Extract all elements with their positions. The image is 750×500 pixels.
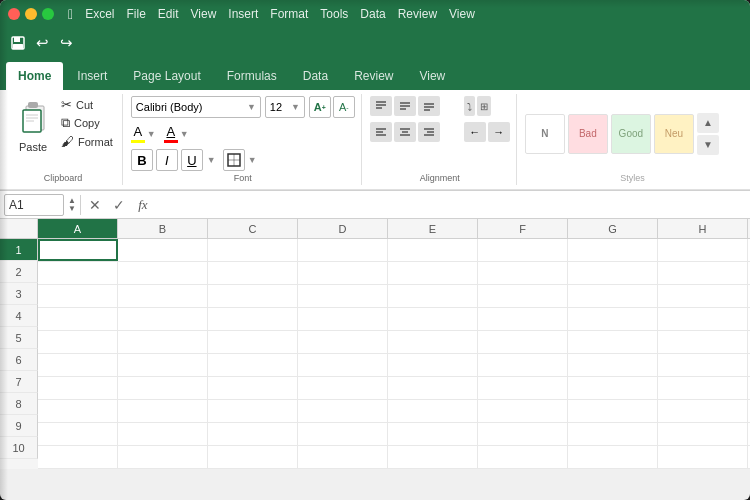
- menu-data[interactable]: Data: [360, 7, 385, 21]
- col-header-G[interactable]: G: [568, 219, 658, 238]
- indent-increase-button[interactable]: →: [488, 122, 510, 142]
- cell-G5[interactable]: [568, 331, 658, 353]
- underline-button[interactable]: U: [181, 149, 203, 171]
- cell-D7[interactable]: [298, 377, 388, 399]
- tab-insert[interactable]: Insert: [65, 62, 119, 90]
- menu-insert[interactable]: Insert: [228, 7, 258, 21]
- cell-H2[interactable]: [658, 262, 748, 284]
- style-normal[interactable]: N: [525, 114, 565, 154]
- cell-F1[interactable]: [478, 239, 568, 261]
- row-header-8[interactable]: 8: [0, 393, 38, 415]
- cell-H9[interactable]: [658, 423, 748, 445]
- cell-A6[interactable]: [38, 354, 118, 376]
- col-header-A[interactable]: A: [38, 219, 118, 238]
- cell-B1[interactable]: [118, 239, 208, 261]
- cell-F4[interactable]: [478, 308, 568, 330]
- cell-D10[interactable]: [298, 446, 388, 468]
- cell-F10[interactable]: [478, 446, 568, 468]
- tab-formulas[interactable]: Formulas: [215, 62, 289, 90]
- cell-E6[interactable]: [388, 354, 478, 376]
- cell-G8[interactable]: [568, 400, 658, 422]
- cell-E10[interactable]: [388, 446, 478, 468]
- font-increase-button[interactable]: A+: [309, 96, 331, 118]
- cell-A2[interactable]: [38, 262, 118, 284]
- cell-H6[interactable]: [658, 354, 748, 376]
- cell-E9[interactable]: [388, 423, 478, 445]
- cell-F7[interactable]: [478, 377, 568, 399]
- row-header-1[interactable]: 1: [0, 239, 38, 261]
- align-center-button[interactable]: [394, 122, 416, 142]
- cell-E3[interactable]: [388, 285, 478, 307]
- menu-file[interactable]: File: [126, 7, 145, 21]
- cell-E1[interactable]: [388, 239, 478, 261]
- row-header-9[interactable]: 9: [0, 415, 38, 437]
- menu-edit[interactable]: Edit: [158, 7, 179, 21]
- cell-D2[interactable]: [298, 262, 388, 284]
- align-middle-button[interactable]: [394, 96, 416, 116]
- font-decrease-button[interactable]: A-: [333, 96, 355, 118]
- italic-button[interactable]: I: [156, 149, 178, 171]
- cell-B6[interactable]: [118, 354, 208, 376]
- style-bad[interactable]: Bad: [568, 114, 608, 154]
- cell-F8[interactable]: [478, 400, 568, 422]
- format-painter-button[interactable]: 🖌 Format: [58, 133, 116, 150]
- row-header-6[interactable]: 6: [0, 349, 38, 371]
- minimize-button[interactable]: [25, 8, 37, 20]
- formula-input[interactable]: [157, 198, 746, 212]
- tab-page-layout[interactable]: Page Layout: [121, 62, 212, 90]
- menu-review[interactable]: Review: [398, 7, 437, 21]
- cell-reference-box[interactable]: A1: [4, 194, 64, 216]
- cell-C7[interactable]: [208, 377, 298, 399]
- cell-D4[interactable]: [298, 308, 388, 330]
- col-header-B[interactable]: B: [118, 219, 208, 238]
- cell-F3[interactable]: [478, 285, 568, 307]
- cell-C8[interactable]: [208, 400, 298, 422]
- cell-G6[interactable]: [568, 354, 658, 376]
- align-right-button[interactable]: [418, 122, 440, 142]
- cell-B5[interactable]: [118, 331, 208, 353]
- cell-H10[interactable]: [658, 446, 748, 468]
- cell-B3[interactable]: [118, 285, 208, 307]
- font-name-dropdown[interactable]: Calibri (Body) ▼: [131, 96, 261, 118]
- cell-A9[interactable]: [38, 423, 118, 445]
- cell-D6[interactable]: [298, 354, 388, 376]
- insert-function-button[interactable]: fx: [133, 195, 153, 215]
- cell-ref-down-arrow[interactable]: ▼: [68, 205, 76, 213]
- cell-F5[interactable]: [478, 331, 568, 353]
- cell-H8[interactable]: [658, 400, 748, 422]
- cell-A5[interactable]: [38, 331, 118, 353]
- tab-data[interactable]: Data: [291, 62, 340, 90]
- menu-view[interactable]: View: [191, 7, 217, 21]
- styles-scroll-up[interactable]: ▲: [697, 113, 719, 133]
- cell-G9[interactable]: [568, 423, 658, 445]
- font-color-button[interactable]: A: [164, 124, 178, 143]
- cell-G2[interactable]: [568, 262, 658, 284]
- cell-E7[interactable]: [388, 377, 478, 399]
- row-header-10[interactable]: 10: [0, 437, 38, 459]
- cell-H5[interactable]: [658, 331, 748, 353]
- font-size-dropdown[interactable]: 12 ▼: [265, 96, 305, 118]
- style-neutral[interactable]: Neu: [654, 114, 694, 154]
- col-header-F[interactable]: F: [478, 219, 568, 238]
- cell-G7[interactable]: [568, 377, 658, 399]
- align-top-button[interactable]: [370, 96, 392, 116]
- align-left-button[interactable]: [370, 122, 392, 142]
- menu-view2[interactable]: View: [449, 7, 475, 21]
- cell-E2[interactable]: [388, 262, 478, 284]
- cell-B9[interactable]: [118, 423, 208, 445]
- cell-A8[interactable]: [38, 400, 118, 422]
- copy-button[interactable]: ⧉ Copy: [58, 114, 116, 132]
- cell-A10[interactable]: [38, 446, 118, 468]
- menu-format[interactable]: Format: [270, 7, 308, 21]
- cell-A7[interactable]: [38, 377, 118, 399]
- cell-H7[interactable]: [658, 377, 748, 399]
- cell-C9[interactable]: [208, 423, 298, 445]
- cell-A3[interactable]: [38, 285, 118, 307]
- save-quick-icon[interactable]: [8, 33, 28, 53]
- col-header-C[interactable]: C: [208, 219, 298, 238]
- redo-icon[interactable]: ↪: [56, 33, 76, 53]
- cell-B10[interactable]: [118, 446, 208, 468]
- tab-review[interactable]: Review: [342, 62, 405, 90]
- bold-button[interactable]: B: [131, 149, 153, 171]
- menu-tools[interactable]: Tools: [320, 7, 348, 21]
